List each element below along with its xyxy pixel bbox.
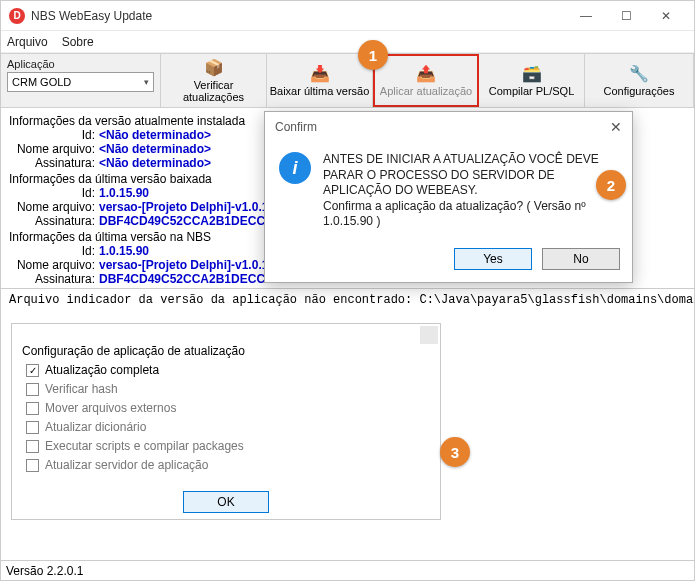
checkbox-icon — [26, 459, 39, 472]
chk-restart-server[interactable]: Atualizar servidor de aplicação — [26, 458, 426, 472]
app-icon: D — [9, 8, 25, 24]
config-title: Configuração de aplicação de atualização — [22, 344, 245, 358]
current-id[interactable]: <Não determinado> — [99, 128, 211, 142]
chk-run-scripts[interactable]: Executar scripts e compilar packages — [26, 439, 426, 453]
compile-label: Compilar PL/SQL — [489, 85, 575, 97]
chk-verify-hash-label: Verificar hash — [45, 382, 118, 396]
window-title: NBS WebEasy Update — [31, 9, 566, 23]
callout-1: 1 — [358, 40, 388, 70]
id-label: Id: — [9, 244, 99, 258]
checkbox-icon — [26, 402, 39, 415]
confirm-dialog: Confirm ✕ i ANTES DE INICIAR A ATUALIZAÇ… — [264, 111, 633, 283]
config-ok-button[interactable]: OK — [183, 491, 269, 513]
chk-restart-server-label: Atualizar servidor de aplicação — [45, 458, 208, 472]
sig-label: Assinatura: — [9, 214, 99, 228]
config-group: Configuração de aplicação de atualização… — [11, 323, 441, 520]
download-icon: 📥 — [310, 64, 330, 82]
confirm-close-button[interactable]: ✕ — [610, 119, 622, 135]
wrench-icon: 🔧 — [629, 64, 649, 82]
checkbox-icon — [26, 440, 39, 453]
apply-update-label: Aplicar atualização — [380, 85, 472, 97]
checkbox-icon — [26, 383, 39, 396]
close-button[interactable]: ✕ — [646, 2, 686, 30]
compile-button[interactable]: 🗃️ Compilar PL/SQL — [479, 54, 585, 107]
info-icon: i — [279, 152, 311, 184]
box-icon: 📦 — [204, 58, 224, 76]
log-line: Arquivo indicador da versão da aplicação… — [1, 288, 694, 311]
download-button[interactable]: 📥 Baixar última versão — [267, 54, 373, 107]
check-updates-label: Verificar atualizações — [163, 79, 264, 103]
confirm-message: ANTES DE INICIAR A ATUALIZAÇÃO VOCÊ DEVE… — [323, 152, 616, 230]
nbs-id[interactable]: 1.0.15.90 — [99, 244, 149, 258]
checkbox-checked-icon: ✓ — [26, 364, 39, 377]
chk-verify-hash[interactable]: Verificar hash — [26, 382, 426, 396]
chk-move-files[interactable]: Mover arquivos externos — [26, 401, 426, 415]
menubar: Arquivo Sobre — [1, 31, 694, 53]
current-name[interactable]: <Não determinado> — [99, 142, 211, 156]
app-selector: Aplicação CRM GOLD ▾ — [1, 54, 161, 107]
config-close-button[interactable] — [420, 326, 438, 344]
chk-update-dict[interactable]: Atualizar dicionário — [26, 420, 426, 434]
app-selector-label: Aplicação — [7, 58, 154, 70]
status-bar: Versão 2.2.0.1 — [0, 560, 695, 581]
settings-label: Configurações — [604, 85, 675, 97]
sig-label: Assinatura: — [9, 156, 99, 170]
check-updates-button[interactable]: 📦 Verificar atualizações — [161, 54, 267, 107]
callout-3: 3 — [440, 437, 470, 467]
confirm-no-button[interactable]: No — [542, 248, 620, 270]
database-icon: 🗃️ — [522, 64, 542, 82]
downloaded-id[interactable]: 1.0.15.90 — [99, 186, 149, 200]
settings-button[interactable]: 🔧 Configurações — [585, 54, 694, 107]
downloaded-name[interactable]: versao-[Projeto Delphi]-v1.0.15.9 — [99, 200, 285, 214]
app-selector-combo[interactable]: CRM GOLD ▾ — [7, 72, 154, 92]
menu-file[interactable]: Arquivo — [7, 35, 48, 49]
app-selector-value: CRM GOLD — [12, 76, 71, 88]
chk-full-update[interactable]: ✓Atualização completa — [26, 363, 426, 377]
confirm-msg-2: Confirma a aplicação da atualização? ( V… — [323, 199, 616, 230]
apply-update-button[interactable]: 📤 Aplicar atualização — [373, 54, 479, 107]
id-label: Id: — [9, 186, 99, 200]
chk-update-dict-label: Atualizar dicionário — [45, 420, 146, 434]
chk-run-scripts-label: Executar scripts e compilar packages — [45, 439, 244, 453]
confirm-yes-button[interactable]: Yes — [454, 248, 532, 270]
confirm-title-text: Confirm — [275, 120, 317, 134]
name-label: Nome arquivo: — [9, 258, 99, 272]
confirm-msg-1: ANTES DE INICIAR A ATUALIZAÇÃO VOCÊ DEVE… — [323, 152, 616, 199]
callout-2: 2 — [596, 170, 626, 200]
chk-full-update-label: Atualização completa — [45, 363, 159, 377]
id-label: Id: — [9, 128, 99, 142]
name-label: Nome arquivo: — [9, 142, 99, 156]
toolbar: Aplicação CRM GOLD ▾ 📦 Verificar atualiz… — [1, 53, 694, 108]
maximize-button[interactable]: ☐ — [606, 2, 646, 30]
menu-about[interactable]: Sobre — [62, 35, 94, 49]
sig-label: Assinatura: — [9, 272, 99, 286]
download-label: Baixar última versão — [270, 85, 370, 97]
titlebar: D NBS WebEasy Update — ☐ ✕ — [1, 1, 694, 31]
current-sig[interactable]: <Não determinado> — [99, 156, 211, 170]
name-label: Nome arquivo: — [9, 200, 99, 214]
chk-move-files-label: Mover arquivos externos — [45, 401, 176, 415]
chevron-down-icon: ▾ — [144, 77, 149, 87]
minimize-button[interactable]: — — [566, 2, 606, 30]
extract-icon: 📤 — [416, 64, 436, 82]
checkbox-icon — [26, 421, 39, 434]
